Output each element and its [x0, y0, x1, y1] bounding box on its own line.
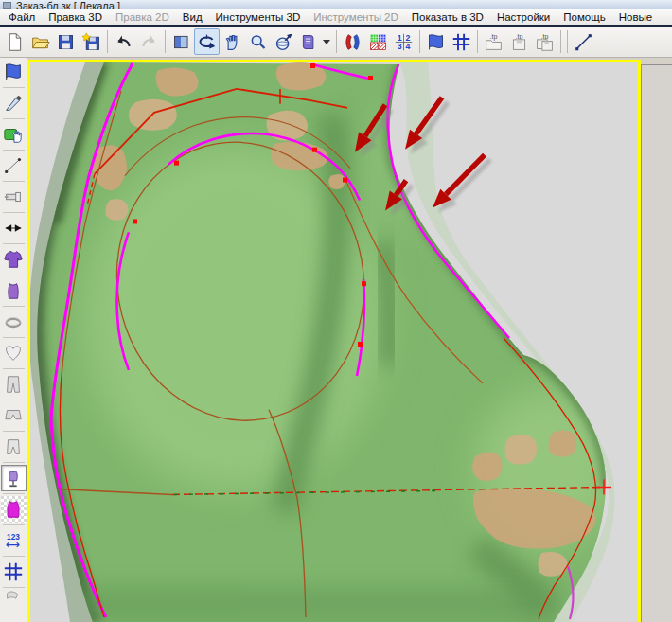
sidebar-separator: [3, 431, 25, 432]
surface-tool-icon: [3, 62, 24, 82]
collar-tool-button[interactable]: [1, 340, 27, 366]
line-points-tool-button[interactable]: [1, 152, 27, 179]
pants-tool-icon: [3, 374, 24, 395]
toolbar-separator: [165, 30, 166, 53]
app-icon: [3, 2, 11, 9]
blouse-tool-button[interactable]: [1, 246, 27, 273]
magenta-torso-tool-button[interactable]: [1, 496, 27, 523]
tp-save-button[interactable]: [506, 28, 532, 55]
torso-tool-button[interactable]: [1, 277, 27, 304]
grid-tool-icon: [3, 561, 24, 582]
application-window: Заказ-бл.зк [ Лекала ] ФайлПравка 3DПрав…: [0, 0, 672, 622]
menu-bar: ФайлПравка 3DПравка 2DВидИнструменты 3DИ…: [0, 9, 672, 27]
tp-open-icon: [484, 32, 504, 52]
menu-item-file[interactable]: Файл: [2, 10, 42, 24]
surface-tool-button[interactable]: [1, 59, 27, 85]
mannequin-stand-tool-button[interactable]: [1, 465, 27, 491]
spec-sheet-button[interactable]: [296, 28, 322, 55]
tp-save-all-button[interactable]: [532, 28, 557, 55]
dropdown-arrow-icon[interactable]: [323, 40, 330, 44]
window-title: Заказ-бл.зк [ Лекала ]: [16, 0, 120, 9]
touch-panel-tool-button[interactable]: [1, 121, 27, 148]
zoom-icon: [248, 32, 268, 52]
ring-tool-icon: [3, 311, 24, 332]
sidebar-separator: [3, 212, 25, 213]
tp-save-all-icon: [535, 32, 555, 52]
blouse-tool-icon: [3, 249, 24, 270]
save-template-button[interactable]: [79, 28, 104, 55]
quadrant-view-button[interactable]: [391, 28, 416, 55]
toolbar-separator: [107, 30, 108, 53]
zoom-button[interactable]: [245, 28, 271, 55]
shorts-tool-icon: [3, 405, 24, 426]
redo-button: [136, 28, 162, 55]
torso-tool-icon: [3, 280, 24, 301]
open-file-button[interactable]: [27, 28, 53, 55]
sidebar-separator: [3, 243, 25, 244]
sidebar-separator: [3, 118, 25, 119]
quadrant-view-icon: [394, 32, 414, 52]
magenta-torso-tool-icon: [3, 499, 24, 520]
shorts-tool-button[interactable]: [1, 402, 27, 429]
cutoff-tool-button[interactable]: [1, 590, 27, 606]
grid-tool-button[interactable]: [1, 559, 27, 585]
fabric-colors-button[interactable]: [365, 28, 391, 55]
sidebar-separator: [3, 150, 25, 151]
collar-tool-icon: [3, 343, 24, 364]
sidebar-separator: [3, 181, 25, 182]
sidebar-separator: [3, 337, 25, 338]
rotate-sphere-icon: [274, 32, 293, 52]
redo-icon: [139, 32, 159, 52]
save-template-icon: [81, 32, 101, 52]
menu-item-tools-3d[interactable]: Инструменты 3D: [209, 10, 308, 24]
sidebar-separator: [3, 556, 25, 557]
briefs-tool-button[interactable]: [1, 434, 27, 460]
menu-item-edit-3d[interactable]: Правка 3D: [42, 10, 109, 24]
toolbar-separator: [560, 30, 561, 53]
pants-tool-button[interactable]: [1, 371, 27, 398]
briefs-tool-icon: [3, 436, 24, 457]
open-file-icon: [30, 32, 50, 52]
menu-item-new[interactable]: Новые: [612, 10, 659, 24]
spec-sheet-icon: [299, 32, 319, 52]
pan-hand-button[interactable]: [220, 28, 245, 55]
knife-tool-button[interactable]: [1, 90, 27, 116]
toolbar-separator: [336, 30, 337, 53]
rotate-3d-button[interactable]: [194, 28, 220, 55]
sidebar-separator: [3, 368, 25, 369]
sidebar-separator: [3, 524, 25, 525]
ring-tool-button[interactable]: [1, 309, 27, 335]
undo-button[interactable]: [111, 28, 136, 55]
menu-item-show-in-3d[interactable]: Показать в 3D: [405, 10, 490, 24]
darts-tool-button[interactable]: [1, 215, 27, 241]
line-tool-button[interactable]: [571, 28, 596, 55]
menu-item-settings[interactable]: Настройки: [490, 10, 557, 24]
sidebar-separator: [3, 493, 25, 494]
measurements-tool-button[interactable]: [1, 527, 27, 554]
menu-item-edit-2d: Правка 2D: [109, 10, 176, 24]
darts-tool-icon: [3, 218, 24, 239]
menu-item-help[interactable]: Помощь: [557, 10, 611, 24]
section-clamp-tool-button[interactable]: [1, 184, 27, 210]
cutoff-tool-icon: [3, 590, 24, 606]
section-clamp-tool-icon: [3, 187, 24, 207]
split-view-button[interactable]: [168, 28, 194, 55]
tp-open-button[interactable]: [481, 28, 506, 55]
surface-flag-button[interactable]: [423, 28, 449, 55]
viewport-3d[interactable]: [27, 60, 641, 622]
menu-item-view[interactable]: Вид: [176, 10, 209, 24]
touch-panel-tool-icon: [3, 124, 24, 145]
sidebar-separator: [3, 275, 25, 275]
mirror-surface-button[interactable]: [340, 28, 365, 55]
sidebar-separator: [3, 462, 25, 463]
save-button[interactable]: [53, 28, 79, 55]
new-document-button[interactable]: [2, 28, 27, 55]
pan-hand-icon: [222, 32, 242, 52]
sidebar-separator: [3, 400, 25, 400]
mannequin-3d-scene: [30, 62, 638, 622]
menu-item-tools-2d: Инструменты 2D: [307, 10, 405, 24]
grid-button[interactable]: [449, 28, 474, 55]
knife-tool-icon: [3, 93, 24, 114]
rotate-sphere-button[interactable]: [271, 28, 296, 55]
toolbar-separator: [419, 30, 420, 53]
